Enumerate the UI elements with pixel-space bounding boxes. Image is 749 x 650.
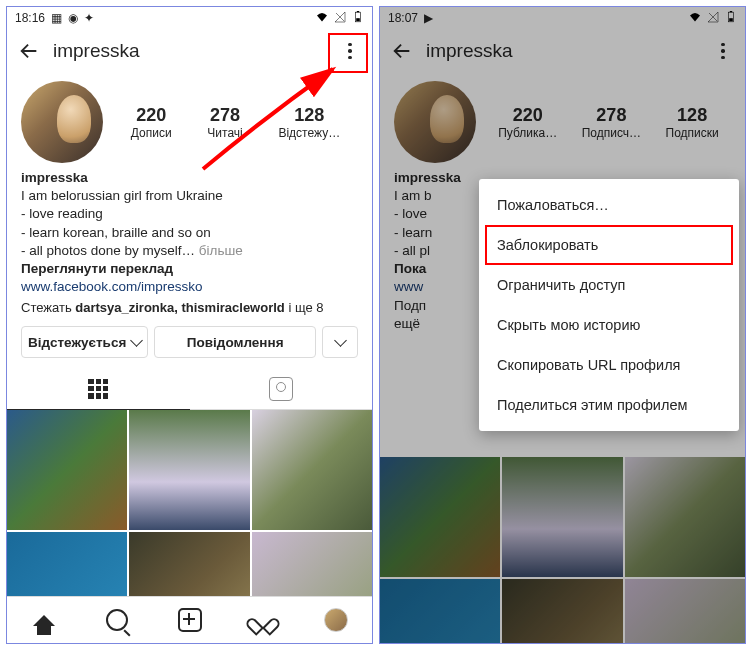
- nav-add[interactable]: [153, 597, 226, 643]
- tagged-icon: [269, 377, 293, 401]
- menu-share[interactable]: Поделиться этим профилем: [479, 385, 739, 425]
- photo-thumbnail[interactable]: [7, 410, 127, 530]
- following-button[interactable]: Відстежується: [21, 326, 148, 358]
- tab-tagged[interactable]: [190, 368, 373, 410]
- nav-activity[interactable]: [226, 597, 299, 643]
- bottom-nav: [7, 596, 372, 643]
- battery-icon: [352, 11, 364, 26]
- phone-right: 18:07 ▶ impresska 220Публика… 278Подписч…: [379, 6, 746, 644]
- stat-following[interactable]: 128 Відстежу…: [278, 105, 340, 140]
- profile-header: impresska: [7, 29, 372, 73]
- status-bar: 18:16 ▦ ◉ ✦: [7, 7, 372, 29]
- home-icon: [33, 615, 55, 626]
- stat-followers[interactable]: 278 Читачі: [207, 105, 242, 140]
- menu-report[interactable]: Пожаловаться…: [479, 185, 739, 225]
- nav-home[interactable]: [7, 597, 80, 643]
- suggested-button[interactable]: [322, 326, 358, 358]
- messenger-icon: ◉: [68, 11, 78, 25]
- nav-search[interactable]: [80, 597, 153, 643]
- app-icon: ✦: [84, 11, 94, 25]
- bio-line: I am belorussian girl from Ukraine: [21, 187, 358, 205]
- profile-tabs: [7, 368, 372, 410]
- back-button[interactable]: [17, 39, 41, 63]
- header-username: impresska: [53, 40, 338, 62]
- heart-icon: [253, 611, 273, 629]
- add-icon: [178, 608, 202, 632]
- status-time: 18:16: [15, 11, 45, 25]
- gallery-icon: ▦: [51, 11, 62, 25]
- followed-by[interactable]: Стежать dartsya_zironka, thismiracleworl…: [21, 299, 358, 317]
- bio: impresska I am belorussian girl from Ukr…: [7, 163, 372, 316]
- signal-icon: [334, 11, 346, 26]
- svg-rect-2: [357, 11, 359, 12]
- chevron-down-icon: [130, 334, 143, 347]
- menu-hide-story[interactable]: Скрыть мою историю: [479, 305, 739, 345]
- svg-rect-3: [356, 18, 360, 21]
- action-buttons: Відстежується Повідомлення: [7, 316, 372, 368]
- grid-icon: [88, 379, 108, 399]
- search-icon: [106, 609, 128, 631]
- highlight-box-options: [328, 33, 368, 73]
- avatar[interactable]: [21, 81, 103, 163]
- bio-line: - learn korean, braille and so on: [21, 224, 358, 242]
- menu-restrict[interactable]: Ограничить доступ: [479, 265, 739, 305]
- stat-posts[interactable]: 220 Дописи: [131, 105, 172, 140]
- website-link[interactable]: www.facebook.com/impressko: [21, 278, 358, 296]
- bio-line: - love reading: [21, 205, 358, 223]
- profile-stats-row: 220 Дописи 278 Читачі 128 Відстежу…: [7, 73, 372, 163]
- translate-link[interactable]: Переглянути переклад: [21, 260, 358, 278]
- wifi-icon: [316, 11, 328, 26]
- tab-grid[interactable]: [7, 368, 190, 410]
- menu-copy-url[interactable]: Скопировать URL профиля: [479, 345, 739, 385]
- nav-profile[interactable]: [299, 597, 372, 643]
- message-button[interactable]: Повідомлення: [154, 326, 316, 358]
- phone-left: 18:16 ▦ ◉ ✦ impresska 220: [6, 6, 373, 644]
- avatar-icon: [324, 608, 348, 632]
- photo-thumbnail[interactable]: [252, 410, 372, 530]
- menu-block[interactable]: Заблокировать: [485, 225, 733, 265]
- options-menu: Пожаловаться… Заблокировать Ограничить д…: [479, 179, 739, 431]
- photo-thumbnail[interactable]: [129, 410, 249, 530]
- bio-username: impresska: [21, 169, 358, 187]
- bio-line: - all photos done by myself… більше: [21, 242, 358, 260]
- chevron-down-icon: [334, 334, 347, 347]
